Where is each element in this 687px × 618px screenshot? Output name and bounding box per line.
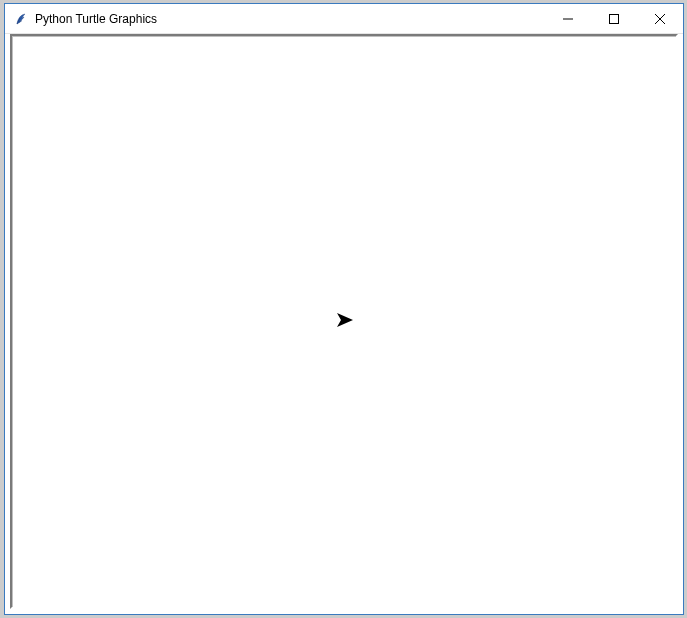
close-icon [655, 14, 665, 24]
svg-rect-1 [610, 14, 619, 23]
minimize-icon [563, 14, 573, 24]
svg-marker-4 [337, 313, 353, 327]
turtle-arrow-icon [337, 313, 353, 327]
window-title: Python Turtle Graphics [35, 12, 545, 26]
application-window: Python Turtle Graphics [4, 3, 684, 615]
feather-icon [13, 11, 29, 27]
window-controls [545, 4, 683, 33]
turtle-cursor [337, 313, 353, 331]
window-body [5, 34, 683, 614]
maximize-button[interactable] [591, 4, 637, 33]
turtle-canvas[interactable] [10, 34, 678, 609]
maximize-icon [609, 14, 619, 24]
titlebar[interactable]: Python Turtle Graphics [5, 4, 683, 34]
canvas-inner [12, 36, 676, 607]
close-button[interactable] [637, 4, 683, 33]
minimize-button[interactable] [545, 4, 591, 33]
